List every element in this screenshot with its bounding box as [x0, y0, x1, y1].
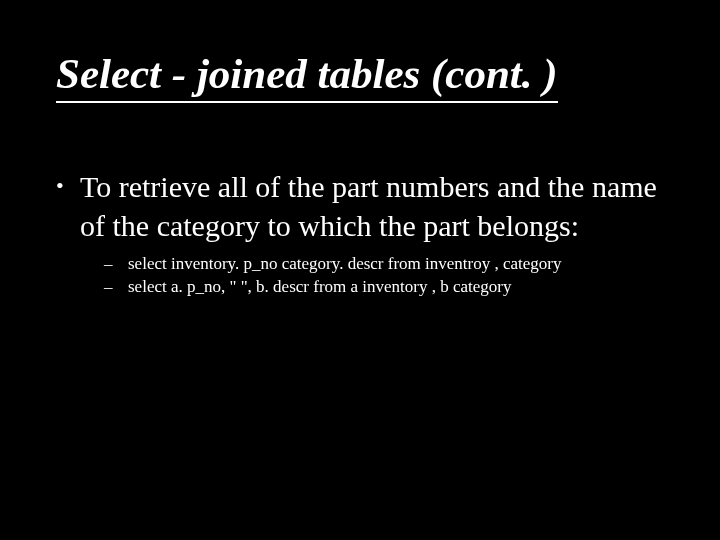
bullet-dot-icon: • — [56, 167, 80, 205]
bullet-level2-text: select inventory. p_no category. descr f… — [128, 253, 664, 276]
bullet-level2-text: select a. p_no, " ", b. descr from a inv… — [128, 276, 664, 299]
bullet-level2: – select inventory. p_no category. descr… — [104, 253, 664, 276]
slide-title: Select - joined tables (cont. ) — [56, 50, 558, 103]
bullet-level1: • To retrieve all of the part numbers an… — [56, 167, 664, 245]
bullet-dash-icon: – — [104, 276, 128, 299]
sub-bullet-list: – select inventory. p_no category. descr… — [56, 253, 664, 299]
bullet-level1-text: To retrieve all of the part numbers and … — [80, 167, 664, 245]
bullet-level2: – select a. p_no, " ", b. descr from a i… — [104, 276, 664, 299]
bullet-dash-icon: – — [104, 253, 128, 276]
slide: Select - joined tables (cont. ) • To ret… — [0, 0, 720, 540]
